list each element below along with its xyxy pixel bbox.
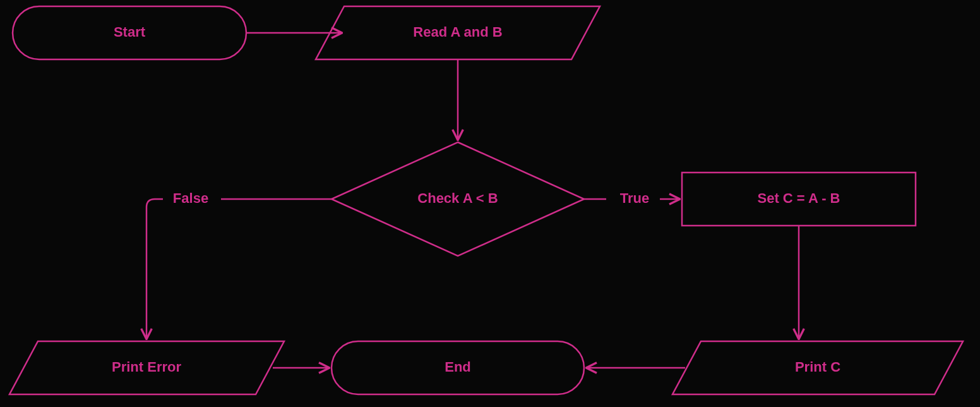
node-printc: Print C xyxy=(672,341,963,394)
edge-check-true: True xyxy=(584,190,679,206)
node-setc-label: Set C = A - B xyxy=(757,190,840,206)
node-printerror-label: Print Error xyxy=(112,359,181,375)
node-start: Start xyxy=(13,6,246,59)
node-setc: Set C = A - B xyxy=(682,173,916,226)
node-end: End xyxy=(332,341,584,394)
flowchart-canvas: Start Read A and B Check A < B Set C = A… xyxy=(0,0,980,407)
node-check-label: Check A < B xyxy=(417,190,498,206)
node-printerror: Print Error xyxy=(9,341,284,394)
node-printc-label: Print C xyxy=(795,359,840,375)
edge-true-label: True xyxy=(620,190,649,206)
node-read: Read A and B xyxy=(316,6,600,59)
node-check: Check A < B xyxy=(332,142,584,256)
node-start-label: Start xyxy=(114,24,146,40)
edge-check-false: False xyxy=(146,190,332,338)
node-read-label: Read A and B xyxy=(413,24,502,40)
edge-false-label: False xyxy=(173,190,208,206)
node-end-label: End xyxy=(445,359,471,375)
